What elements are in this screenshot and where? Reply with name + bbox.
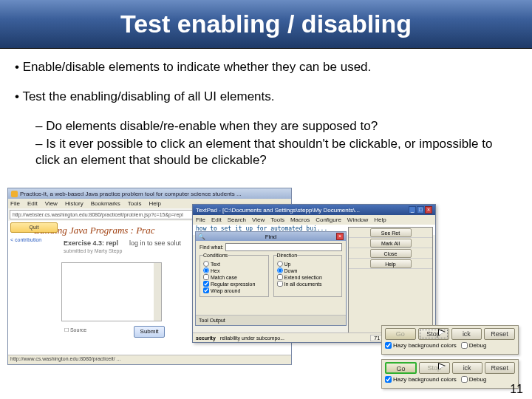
- mark-all-button[interactable]: Mark All: [370, 239, 412, 248]
- bullet-2: Test the enabling/disabling of all UI el…: [15, 89, 517, 105]
- help-button[interactable]: Help: [370, 259, 412, 268]
- find-dialog: 🔍 Find × Find what: Conditions Text Hex …: [195, 231, 347, 326]
- find-title-text: Find: [265, 233, 277, 240]
- stop-button-disabled: Stop: [419, 362, 449, 374]
- dir-extend[interactable]: Extend selection: [277, 274, 339, 280]
- maximize-icon[interactable]: □: [417, 206, 424, 214]
- screenshots-region: Practice-It, a web-based Java practice p…: [7, 188, 525, 387]
- subbullet-2: Is it ever possible to click an element …: [35, 136, 517, 168]
- debug-checkbox-2[interactable]: Debug: [461, 376, 487, 383]
- page-sidebar: Quit < contribution: [10, 222, 58, 242]
- menu-file[interactable]: File: [10, 200, 20, 207]
- slide-title: Test enabling / disabling: [120, 10, 412, 38]
- status-security: security: [196, 335, 216, 341]
- menu-help[interactable]: Help: [149, 200, 160, 207]
- direction-group: Direction Up Down Extend selection In al…: [273, 253, 343, 297]
- tp-menu-configure[interactable]: Configure: [316, 216, 341, 223]
- find-tool-column: See Ret Mark All Close Help: [348, 227, 433, 334]
- dir-down[interactable]: Down: [277, 267, 339, 273]
- control-strip-top: Go Stop ick Reset Hazy background colors…: [381, 325, 519, 355]
- find-footer: Tool Output: [196, 315, 346, 325]
- tp-menu-view[interactable]: View: [252, 216, 265, 223]
- subbullet-1: Do elements disable/re-enable when they …: [35, 118, 517, 134]
- menu-history[interactable]: History: [65, 200, 83, 207]
- menu-tools[interactable]: Tools: [128, 200, 142, 207]
- submit-button[interactable]: Submit: [134, 326, 165, 338]
- menu-view[interactable]: View: [45, 200, 58, 207]
- control-strip-bottom: Go Stop ick Reset Hazy background colors…: [381, 359, 519, 389]
- close-button[interactable]: Close: [370, 249, 412, 258]
- hazy-checkbox-1[interactable]: Hazy background colors: [385, 342, 457, 349]
- tp-menu-tools[interactable]: Tools: [270, 216, 284, 223]
- go-button-enabled[interactable]: Go: [385, 362, 417, 374]
- menu-edit[interactable]: Edit: [27, 200, 38, 207]
- find-what-input[interactable]: [225, 243, 342, 251]
- hazy-checkbox-2[interactable]: Hazy background colors: [385, 376, 457, 383]
- close-icon[interactable]: ×: [425, 206, 432, 214]
- contribution-link[interactable]: < contribution: [10, 237, 58, 242]
- source-checkbox[interactable]: ☐ Source: [64, 327, 86, 333]
- tp-menu-help[interactable]: Help: [374, 216, 386, 223]
- browser-titlebar: Practice-It, a web-based Java practice p…: [8, 188, 291, 199]
- minimize-icon[interactable]: _: [409, 206, 416, 214]
- dir-alldocs[interactable]: In all documents: [277, 281, 339, 287]
- tp-menu-file[interactable]: File: [196, 216, 205, 223]
- ick-button-2[interactable]: ick: [452, 362, 482, 374]
- page-number: 11: [510, 383, 523, 396]
- conditions-group: Conditions Text Hex Match case Regular e…: [200, 253, 269, 297]
- reset-button-2[interactable]: Reset: [485, 362, 515, 374]
- tp-menu-edit[interactable]: Edit: [211, 216, 222, 223]
- cond-wrap[interactable]: Wrap around: [203, 287, 265, 293]
- stop-button-active[interactable]: Stop: [418, 328, 449, 340]
- bullet-1: Enable/disable elements to indicate whet…: [15, 59, 517, 75]
- slide-body: Enable/disable elements to indicate whet…: [0, 49, 532, 176]
- find-what-label: Find what:: [200, 245, 223, 250]
- tool-output-label: Tool Output: [199, 318, 225, 323]
- textpad-menubar: File Edit Search View Tools Macros Confi…: [193, 215, 435, 225]
- textpad-window: TextPad - [C:\Documents and Settings\ste…: [192, 204, 436, 343]
- favicon-icon: [11, 191, 18, 197]
- ick-button[interactable]: ick: [451, 328, 482, 340]
- scrollbar[interactable]: [154, 263, 161, 321]
- cond-hex[interactable]: Hex: [203, 267, 265, 273]
- tp-menu-window[interactable]: Window: [347, 216, 368, 223]
- code-textarea[interactable]: [61, 262, 162, 321]
- find-caption-icon: 🔍: [198, 233, 205, 240]
- tp-menu-search[interactable]: Search: [228, 216, 246, 223]
- status-sub: reliability under subcompo...: [220, 335, 284, 341]
- see-ret-button[interactable]: See Ret: [370, 228, 412, 237]
- browser-statusbar: http://www.cs.washington.edu:8080/practi…: [8, 355, 291, 364]
- debug-checkbox-1[interactable]: Debug: [461, 342, 487, 349]
- slide-title-bar: Test enabling / disabling: [0, 0, 532, 49]
- dir-up[interactable]: Up: [277, 261, 339, 267]
- tp-menu-macros[interactable]: Macros: [290, 216, 310, 223]
- reset-button[interactable]: Reset: [484, 328, 515, 340]
- browser-title-text: Practice-It, a web-based Java practice p…: [20, 191, 242, 197]
- cond-regex[interactable]: Regular expression: [203, 281, 265, 287]
- textpad-title-text: TextPad - [C:\Documents and Settings\ste…: [196, 207, 360, 214]
- quit-button[interactable]: Quit: [10, 222, 58, 233]
- menu-bookmarks[interactable]: Bookmarks: [91, 200, 120, 207]
- cond-text[interactable]: Text: [203, 261, 265, 267]
- cond-matchcase[interactable]: Match case: [203, 274, 265, 280]
- textpad-titlebar: TextPad - [C:\Documents and Settings\ste…: [193, 205, 435, 215]
- find-close-icon[interactable]: ×: [336, 233, 344, 240]
- go-button-disabled: Go: [385, 328, 416, 340]
- find-titlebar: 🔍 Find ×: [196, 232, 346, 241]
